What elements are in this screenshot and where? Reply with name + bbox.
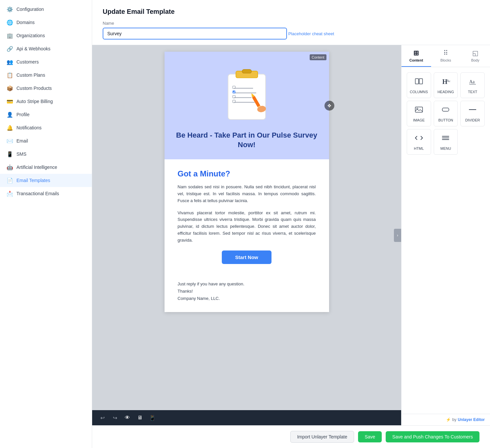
button-block-icon: [441, 105, 450, 116]
menu-block-icon: [441, 133, 450, 145]
sidebar-item-transactional-emails[interactable]: 📩Transactional Emails: [0, 187, 92, 200]
heading-block-icon: HAa: [441, 77, 450, 88]
sidebar-item-customers[interactable]: 👥Customers: [0, 55, 92, 68]
auto-stripe-billing-icon: 💳: [7, 98, 13, 105]
main-area: Update Email Template Name Placeholder c…: [92, 0, 490, 448]
unlayer-bolt-icon: ⚡: [446, 417, 451, 422]
customers-icon: 👥: [7, 59, 13, 65]
preview-toolbar: ↩ ↪ 👁 🖥 📱: [92, 410, 401, 425]
text-block-label: TEXT: [468, 90, 477, 94]
image-block-label: IMAGE: [413, 118, 425, 122]
email-icon: ✉️: [7, 138, 13, 144]
sidebar-item-auto-stripe-billing[interactable]: 💳Auto Stripe Billing: [0, 95, 92, 108]
heading-block-label: HEADING: [437, 90, 454, 94]
button-block-label: BUTTON: [438, 118, 453, 122]
html-block-icon: [414, 133, 424, 145]
sidebar-item-label: Customers: [16, 59, 39, 65]
block-menu[interactable]: MENU: [434, 129, 458, 155]
sidebar-item-label: Email Templates: [16, 178, 50, 183]
blocks-tab-label: Blocks: [440, 58, 451, 62]
email-content: Got a Minute? Nam sodales sed nisi in po…: [165, 159, 329, 280]
sidebar-item-email-templates[interactable]: 📄Email Templates: [0, 174, 92, 187]
sidebar-item-artificial-intelligence[interactable]: 🤖Artificial Intelligence: [0, 161, 92, 174]
email-canvas: Be Heard - Take Part in Our Pulse Survey…: [92, 45, 401, 410]
organizations-icon: 🏢: [7, 32, 13, 39]
artificial-intelligence-icon: 🤖: [7, 164, 13, 171]
body-tab-label: Body: [471, 58, 479, 62]
divider-block-icon: [468, 105, 477, 116]
transactional-emails-icon: 📩: [7, 190, 13, 197]
save-button[interactable]: Save: [358, 431, 382, 442]
page-title: Update Email Template: [103, 8, 479, 15]
sidebar-item-profile[interactable]: 👤Profile: [0, 108, 92, 121]
sidebar-item-sms[interactable]: 📱SMS: [0, 147, 92, 161]
sidebar-item-email[interactable]: ✉️Email: [0, 134, 92, 147]
sidebar-item-label: Artificial Intelligence: [16, 165, 57, 170]
profile-icon: 👤: [7, 111, 13, 118]
svg-rect-16: [419, 79, 423, 84]
email-preview-wrapper: Be Heard - Take Part in Our Pulse Survey…: [92, 45, 401, 425]
name-input[interactable]: [103, 28, 287, 40]
email-templates-icon: 📄: [7, 177, 13, 184]
editor-container: Be Heard - Take Part in Our Pulse Survey…: [92, 45, 490, 425]
block-html[interactable]: HTML: [407, 129, 431, 155]
panel-toggle[interactable]: ›: [394, 229, 401, 242]
sidebar-item-custom-plans[interactable]: 📋Custom Plans: [0, 68, 92, 82]
footer-by-text: by: [452, 417, 456, 422]
desktop-button[interactable]: 🖥: [135, 413, 145, 423]
email-body: Be Heard - Take Part in Our Pulse Survey…: [165, 52, 329, 312]
content-tab-icon: ⊞: [413, 49, 419, 57]
custom-plans-icon: 📋: [7, 72, 13, 78]
email-hero: Be Heard - Take Part in Our Pulse Survey…: [165, 52, 329, 159]
sidebar-item-label: Custom Products: [16, 86, 52, 91]
content-tab-label: Content: [409, 58, 423, 62]
redo-button[interactable]: ↪: [110, 413, 120, 423]
sidebar-item-label: Domains: [16, 20, 35, 25]
sidebar-item-api-webhooks[interactable]: 🔗Api & Webhooks: [0, 42, 92, 55]
notifications-icon: 🔔: [7, 124, 13, 131]
block-button[interactable]: BUTTON: [434, 101, 458, 126]
unlayer-link[interactable]: Unlayer Editor: [458, 417, 485, 422]
columns-block-label: COLUMNS: [410, 90, 428, 94]
sidebar-item-custom-products[interactable]: 📦Custom Products: [0, 82, 92, 95]
footer-line-1: Just reply if you have any question.: [178, 280, 316, 288]
block-image[interactable]: IMAGE: [407, 101, 431, 126]
tab-body[interactable]: ◱ Body: [460, 45, 490, 67]
svg-text:Aa: Aa: [469, 79, 475, 84]
email-cta-button[interactable]: Start Now: [222, 250, 271, 264]
block-columns[interactable]: COLUMNS: [407, 72, 431, 98]
preview-button[interactable]: 👁: [122, 413, 132, 423]
svg-rect-0: [228, 74, 266, 119]
text-block-icon: Aa: [468, 77, 477, 88]
sidebar-item-label: SMS: [16, 151, 26, 157]
placeholder-cheat-sheet-link[interactable]: Placeholder cheat sheet: [288, 31, 334, 36]
mobile-button[interactable]: 📱: [147, 413, 157, 423]
undo-button[interactable]: ↩: [97, 413, 107, 423]
sidebar-item-label: Auto Stripe Billing: [16, 99, 53, 104]
sidebar-item-notifications[interactable]: 🔔Notifications: [0, 121, 92, 134]
columns-block-icon: [414, 77, 424, 88]
sidebar-item-domains[interactable]: 🌐Domains: [0, 16, 92, 29]
sidebar-item-label: Profile: [16, 112, 30, 117]
sidebar-item-organizations[interactable]: 🏢Organizations: [0, 29, 92, 42]
block-heading[interactable]: HAaHEADING: [434, 72, 458, 98]
tab-content[interactable]: ⊞ Content: [401, 45, 431, 67]
save-push-button[interactable]: Save and Push Changes To Customers: [386, 431, 479, 442]
clipboard-illustration: [216, 63, 278, 126]
svg-text:Aa: Aa: [447, 79, 450, 83]
body-tab-icon: ◱: [472, 49, 478, 57]
svg-rect-2: [242, 69, 251, 73]
import-template-button[interactable]: Import Unlayer Template: [290, 431, 354, 443]
email-button-wrapper: Start Now: [178, 250, 316, 264]
move-handle[interactable]: ✥: [324, 101, 334, 111]
sidebar-item-label: Configuration: [16, 7, 44, 12]
name-label: Name: [103, 21, 479, 26]
block-divider[interactable]: DIVIDER: [460, 101, 485, 126]
right-panel: ⊞ Content ⠿ Blocks ◱ Body COLUMNSHAaHEAD…: [401, 45, 490, 425]
block-text[interactable]: AaTEXT: [460, 72, 485, 98]
image-block-icon: [414, 105, 424, 116]
sidebar-item-configuration[interactable]: ⚙️Configuration: [0, 3, 92, 16]
footer-line-2: Thanks!: [178, 288, 316, 295]
tab-blocks[interactable]: ⠿ Blocks: [431, 45, 461, 67]
html-block-label: HTML: [414, 146, 424, 150]
